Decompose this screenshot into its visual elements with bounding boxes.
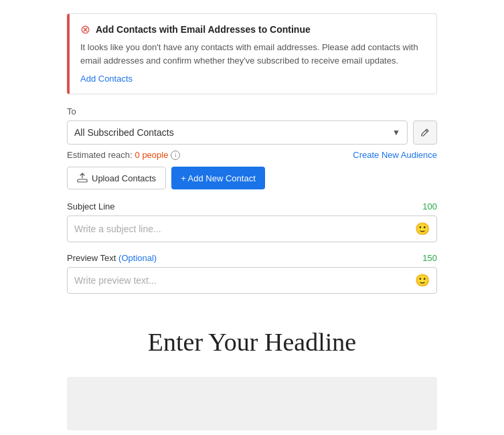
optional-label: (Optional) (118, 253, 157, 263)
add-new-contact-button[interactable]: + Add New Contact (171, 167, 265, 189)
reach-left: Estimated reach: 0 people i (67, 150, 180, 160)
error-icon: ⊗ (80, 23, 90, 35)
to-label: To (67, 106, 437, 116)
preview-text-section: Preview Text (Optional) 150 🙂 (67, 253, 437, 294)
preview-emoji-icon[interactable]: 🙂 (415, 273, 430, 288)
preview-text-counter: 150 (422, 253, 437, 263)
preview-text-label: Preview Text (Optional) (67, 253, 157, 263)
upload-contacts-label: Upload Contacts (92, 173, 156, 183)
headline-section: Enter Your Headline (67, 314, 437, 370)
upload-icon (77, 173, 88, 183)
audience-select[interactable]: All Subscribed Contacts ▼ (67, 120, 408, 145)
audience-row: All Subscribed Contacts ▼ (67, 120, 437, 145)
subject-line-counter: 100 (422, 201, 437, 211)
reach-row: Estimated reach: 0 people i Create New A… (67, 150, 437, 160)
subject-line-input[interactable] (74, 224, 415, 234)
preview-text-header: Preview Text (Optional) 150 (67, 253, 437, 263)
info-icon[interactable]: i (171, 151, 180, 160)
subject-line-section: Subject Line 100 🙂 (67, 201, 437, 242)
svg-rect-0 (78, 179, 87, 182)
audience-value: All Subscribed Contacts (74, 127, 392, 138)
alert-box: ⊗ Add Contacts with Email Addresses to C… (67, 13, 437, 94)
preview-text-input-wrapper: 🙂 (67, 267, 437, 294)
content-block (67, 377, 437, 430)
subject-emoji-icon[interactable]: 🙂 (415, 222, 430, 236)
add-contacts-link[interactable]: Add Contacts (80, 74, 133, 84)
subject-line-input-wrapper: 🙂 (67, 215, 437, 242)
pencil-icon (420, 128, 430, 137)
preview-text-input[interactable] (74, 275, 415, 286)
subject-line-header: Subject Line 100 (67, 201, 437, 211)
headline-text[interactable]: Enter Your Headline (67, 327, 437, 357)
add-new-contact-label: + Add New Contact (181, 173, 256, 183)
alert-body: It looks like you don't have any contact… (80, 41, 426, 67)
buttons-row: Upload Contacts + Add New Contact (67, 167, 437, 189)
subject-line-label: Subject Line (67, 201, 115, 211)
alert-header: ⊗ Add Contacts with Email Addresses to C… (80, 23, 426, 35)
create-audience-link[interactable]: Create New Audience (353, 150, 437, 160)
reach-count: 0 people (135, 150, 169, 160)
alert-title: Add Contacts with Email Addresses to Con… (96, 24, 311, 35)
upload-contacts-button[interactable]: Upload Contacts (67, 167, 166, 189)
audience-edit-button[interactable] (413, 120, 437, 145)
dropdown-icon: ▼ (392, 128, 400, 137)
estimated-reach-label: Estimated reach: (67, 150, 133, 160)
